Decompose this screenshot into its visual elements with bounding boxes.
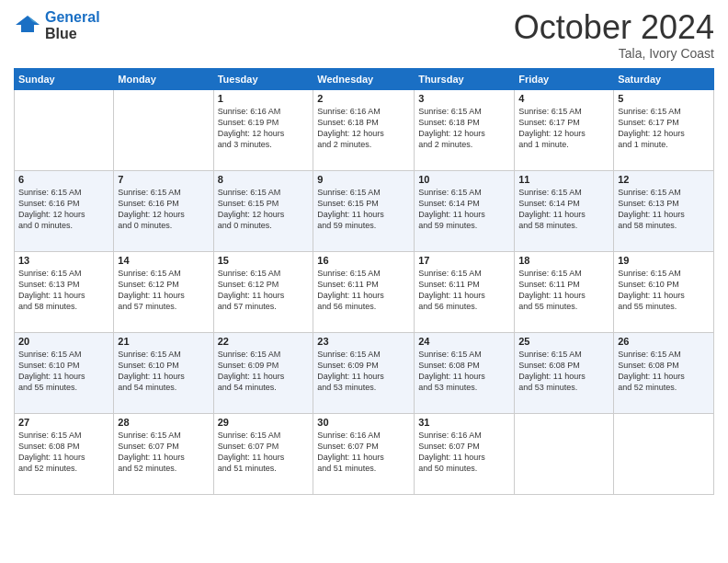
- day-info: Sunrise: 6:15 AM Sunset: 6:13 PM Dayligh…: [618, 187, 710, 232]
- day-number: 3: [418, 93, 510, 104]
- location-subtitle: Tala, Ivory Coast: [514, 46, 714, 61]
- calendar-cell: 28Sunrise: 6:15 AM Sunset: 6:07 PM Dayli…: [114, 413, 213, 494]
- day-info: Sunrise: 6:15 AM Sunset: 6:15 PM Dayligh…: [218, 187, 310, 232]
- day-info: Sunrise: 6:15 AM Sunset: 6:09 PM Dayligh…: [218, 349, 310, 394]
- calendar-cell: 10Sunrise: 6:15 AM Sunset: 6:14 PM Dayli…: [415, 170, 515, 251]
- calendar-week-row: 20Sunrise: 6:15 AM Sunset: 6:10 PM Dayli…: [15, 332, 714, 413]
- day-number: 27: [18, 417, 109, 428]
- day-number: 16: [317, 255, 410, 266]
- day-info: Sunrise: 6:15 AM Sunset: 6:14 PM Dayligh…: [418, 187, 510, 232]
- day-info: Sunrise: 6:15 AM Sunset: 6:07 PM Dayligh…: [218, 430, 310, 475]
- day-number: 26: [618, 336, 710, 347]
- day-number: 9: [317, 174, 410, 185]
- day-number: 2: [317, 93, 410, 104]
- title-block: October 2024 Tala, Ivory Coast: [514, 9, 714, 61]
- day-number: 23: [317, 336, 410, 347]
- day-info: Sunrise: 6:15 AM Sunset: 6:11 PM Dayligh…: [518, 268, 609, 313]
- calendar-cell: 3Sunrise: 6:15 AM Sunset: 6:18 PM Daylig…: [415, 89, 515, 170]
- day-number: 25: [518, 336, 609, 347]
- calendar-cell: 22Sunrise: 6:15 AM Sunset: 6:09 PM Dayli…: [213, 332, 313, 413]
- calendar-week-row: 6Sunrise: 6:15 AM Sunset: 6:16 PM Daylig…: [15, 170, 714, 251]
- day-info: Sunrise: 6:15 AM Sunset: 6:09 PM Dayligh…: [317, 349, 410, 394]
- day-info: Sunrise: 6:15 AM Sunset: 6:08 PM Dayligh…: [418, 349, 510, 394]
- day-info: Sunrise: 6:15 AM Sunset: 6:17 PM Dayligh…: [518, 106, 609, 151]
- day-info: Sunrise: 6:15 AM Sunset: 6:16 PM Dayligh…: [18, 187, 109, 232]
- calendar-table: SundayMondayTuesdayWednesdayThursdayFrid…: [14, 68, 714, 495]
- page: General Blue October 2024 Tala, Ivory Co…: [0, 0, 728, 563]
- calendar-week-row: 27Sunrise: 6:15 AM Sunset: 6:08 PM Dayli…: [15, 413, 714, 494]
- calendar-cell: 14Sunrise: 6:15 AM Sunset: 6:12 PM Dayli…: [114, 251, 213, 332]
- day-info: Sunrise: 6:15 AM Sunset: 6:10 PM Dayligh…: [18, 349, 109, 394]
- calendar-week-row: 13Sunrise: 6:15 AM Sunset: 6:13 PM Dayli…: [15, 251, 714, 332]
- calendar-cell: 5Sunrise: 6:15 AM Sunset: 6:17 PM Daylig…: [614, 89, 714, 170]
- day-number: 28: [118, 417, 209, 428]
- day-number: 29: [218, 417, 310, 428]
- day-info: Sunrise: 6:15 AM Sunset: 6:10 PM Dayligh…: [618, 268, 710, 313]
- day-number: 17: [418, 255, 510, 266]
- day-number: 11: [518, 174, 609, 185]
- day-info: Sunrise: 6:15 AM Sunset: 6:07 PM Dayligh…: [118, 430, 209, 475]
- day-number: 1: [218, 93, 310, 104]
- day-info: Sunrise: 6:15 AM Sunset: 6:11 PM Dayligh…: [317, 268, 410, 313]
- calendar-cell: 4Sunrise: 6:15 AM Sunset: 6:17 PM Daylig…: [515, 89, 614, 170]
- calendar-cell: 20Sunrise: 6:15 AM Sunset: 6:10 PM Dayli…: [15, 332, 114, 413]
- day-info: Sunrise: 6:16 AM Sunset: 6:07 PM Dayligh…: [317, 430, 410, 475]
- day-number: 21: [118, 336, 209, 347]
- day-number: 4: [518, 93, 609, 104]
- calendar-cell: 23Sunrise: 6:15 AM Sunset: 6:09 PM Dayli…: [313, 332, 415, 413]
- day-number: 5: [618, 93, 710, 104]
- day-info: Sunrise: 6:15 AM Sunset: 6:17 PM Dayligh…: [618, 106, 710, 151]
- calendar-header-row: SundayMondayTuesdayWednesdayThursdayFrid…: [15, 68, 714, 89]
- calendar-week-row: 1Sunrise: 6:16 AM Sunset: 6:19 PM Daylig…: [15, 89, 714, 170]
- day-number: 8: [218, 174, 310, 185]
- day-number: 15: [218, 255, 310, 266]
- day-number: 7: [118, 174, 209, 185]
- svg-marker-0: [16, 16, 40, 32]
- calendar-cell: 21Sunrise: 6:15 AM Sunset: 6:10 PM Dayli…: [114, 332, 213, 413]
- day-number: 13: [18, 255, 109, 266]
- calendar-cell: 15Sunrise: 6:15 AM Sunset: 6:12 PM Dayli…: [213, 251, 313, 332]
- calendar-cell: 31Sunrise: 6:16 AM Sunset: 6:07 PM Dayli…: [415, 413, 515, 494]
- day-info: Sunrise: 6:15 AM Sunset: 6:13 PM Dayligh…: [18, 268, 109, 313]
- day-number: 31: [418, 417, 510, 428]
- day-info: Sunrise: 6:15 AM Sunset: 6:08 PM Dayligh…: [18, 430, 109, 475]
- calendar-cell: 19Sunrise: 6:15 AM Sunset: 6:10 PM Dayli…: [614, 251, 714, 332]
- day-info: Sunrise: 6:16 AM Sunset: 6:19 PM Dayligh…: [218, 106, 310, 151]
- day-header-wednesday: Wednesday: [313, 68, 415, 89]
- calendar-cell: [515, 413, 614, 494]
- day-number: 22: [218, 336, 310, 347]
- calendar-cell: 7Sunrise: 6:15 AM Sunset: 6:16 PM Daylig…: [114, 170, 213, 251]
- logo-general: General: [45, 9, 100, 25]
- calendar-cell: 6Sunrise: 6:15 AM Sunset: 6:16 PM Daylig…: [15, 170, 114, 251]
- calendar-cell: 16Sunrise: 6:15 AM Sunset: 6:11 PM Dayli…: [313, 251, 415, 332]
- day-info: Sunrise: 6:16 AM Sunset: 6:07 PM Dayligh…: [418, 430, 510, 475]
- day-number: 10: [418, 174, 510, 185]
- calendar-cell: 30Sunrise: 6:16 AM Sunset: 6:07 PM Dayli…: [313, 413, 415, 494]
- calendar-cell: 17Sunrise: 6:15 AM Sunset: 6:11 PM Dayli…: [415, 251, 515, 332]
- header: General Blue October 2024 Tala, Ivory Co…: [14, 9, 714, 61]
- day-info: Sunrise: 6:15 AM Sunset: 6:11 PM Dayligh…: [418, 268, 510, 313]
- day-number: 30: [317, 417, 410, 428]
- logo: General Blue: [14, 9, 100, 41]
- logo-text: General Blue: [45, 9, 100, 41]
- day-info: Sunrise: 6:15 AM Sunset: 6:12 PM Dayligh…: [218, 268, 310, 313]
- day-info: Sunrise: 6:16 AM Sunset: 6:18 PM Dayligh…: [317, 106, 410, 151]
- calendar-cell: [614, 413, 714, 494]
- calendar-cell: [15, 89, 114, 170]
- calendar-cell: 25Sunrise: 6:15 AM Sunset: 6:08 PM Dayli…: [515, 332, 614, 413]
- day-header-monday: Monday: [114, 68, 213, 89]
- calendar-cell: 11Sunrise: 6:15 AM Sunset: 6:14 PM Dayli…: [515, 170, 614, 251]
- day-info: Sunrise: 6:15 AM Sunset: 6:12 PM Dayligh…: [118, 268, 209, 313]
- day-number: 12: [618, 174, 710, 185]
- day-info: Sunrise: 6:15 AM Sunset: 6:16 PM Dayligh…: [118, 187, 209, 232]
- calendar-cell: 8Sunrise: 6:15 AM Sunset: 6:15 PM Daylig…: [213, 170, 313, 251]
- calendar-cell: 13Sunrise: 6:15 AM Sunset: 6:13 PM Dayli…: [15, 251, 114, 332]
- day-header-thursday: Thursday: [415, 68, 515, 89]
- day-info: Sunrise: 6:15 AM Sunset: 6:08 PM Dayligh…: [518, 349, 609, 394]
- calendar-cell: 29Sunrise: 6:15 AM Sunset: 6:07 PM Dayli…: [213, 413, 313, 494]
- day-number: 20: [18, 336, 109, 347]
- calendar-cell: 26Sunrise: 6:15 AM Sunset: 6:08 PM Dayli…: [614, 332, 714, 413]
- logo-icon: [14, 12, 41, 40]
- calendar-cell: 27Sunrise: 6:15 AM Sunset: 6:08 PM Dayli…: [15, 413, 114, 494]
- day-header-sunday: Sunday: [15, 68, 114, 89]
